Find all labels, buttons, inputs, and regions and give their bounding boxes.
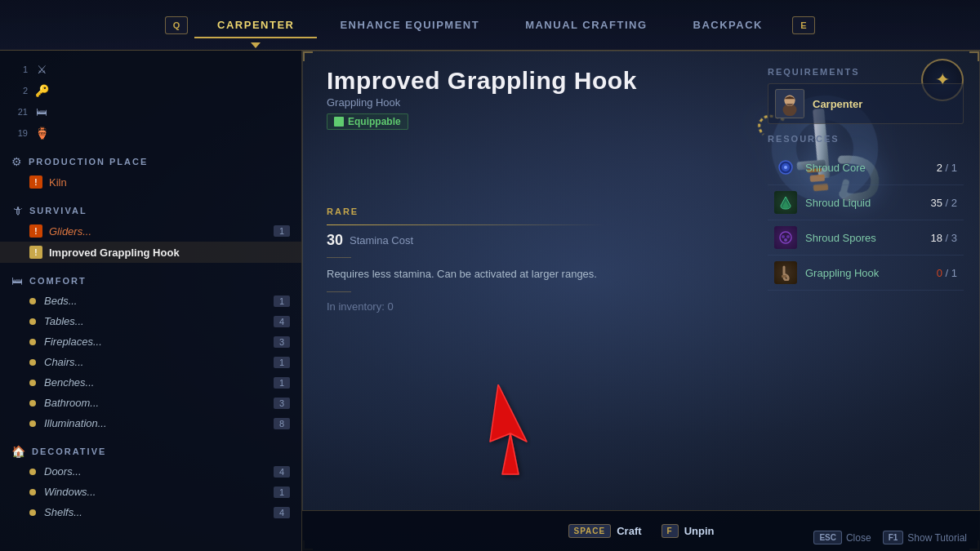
shroud-core-name: Shroud Core <box>805 162 929 174</box>
shroud-core-have: 2 <box>937 162 942 174</box>
nav-key-right[interactable]: E <box>792 16 815 34</box>
player-item-2: 2 🔑 <box>0 80 301 101</box>
sidebar-item-doors[interactable]: Doors... 4 <box>0 461 301 482</box>
f1-control[interactable]: F1 Show Tutorial <box>883 531 967 544</box>
shroud-spores-need: 3 <box>951 232 957 244</box>
sidebar-item-shelfs[interactable]: Shelfs... 4 <box>0 502 301 522</box>
benches-badge: 1 <box>274 377 290 389</box>
craft-button[interactable]: SPACE Craft <box>568 524 642 538</box>
resources-title: RESOURCES <box>768 134 964 144</box>
windows-badge: 1 <box>274 487 290 498</box>
gliders-label: Gliders... <box>49 225 274 238</box>
sidebar-item-fireplaces[interactable]: Fireplaces... 3 <box>0 331 301 352</box>
stamina-label: Stamina Cost <box>350 234 413 247</box>
svg-point-11 <box>784 166 787 169</box>
shelfs-label: Shelfs... <box>44 506 274 518</box>
illumination-badge: 8 <box>274 418 290 429</box>
main-layout: 1 ⚔ 2 🔑 21 🛏 19 🏺 ⚙ PRODUCTION PLACE ! K… <box>0 51 980 551</box>
shroud-core-count: 2 / 1 <box>937 162 957 174</box>
section-production: ⚙ PRODUCTION PLACE <box>0 147 301 171</box>
item-title: Improved Grappling Hook <box>327 67 743 95</box>
sidebar-item-tables[interactable]: Tables... 4 <box>0 311 301 331</box>
slot-num-2: 2 <box>11 86 28 96</box>
sidebar-item-gliders[interactable]: ! Gliders... 1 <box>0 220 301 242</box>
section-survival: 🗡 SURVIVAL <box>0 196 301 220</box>
illumination-dot <box>29 420 36 427</box>
chairs-dot <box>29 359 36 366</box>
chairs-label: Chairs... <box>44 356 274 368</box>
craft-label: Craft <box>617 525 641 537</box>
fireplaces-dot <box>29 339 36 345</box>
resource-row-grappling-hook: Grappling Hook 0 / 1 <box>768 256 964 291</box>
sidebar-item-windows[interactable]: Windows... 1 <box>0 482 301 502</box>
shroud-spores-svg <box>777 229 794 246</box>
shroud-liquid-name: Shroud Liquid <box>805 197 922 209</box>
player-item-19: 19 🏺 <box>0 122 301 144</box>
shroud-liquid-separator: / <box>946 197 951 209</box>
shroud-liquid-count: 35 / 2 <box>930 197 957 209</box>
windows-label: Windows... <box>44 486 274 498</box>
sidebar-item-kiln[interactable]: ! Kiln <box>0 171 301 193</box>
esc-control[interactable]: ESC Close <box>813 531 871 544</box>
fireplaces-badge: 3 <box>274 336 290 348</box>
tables-label: Tables... <box>44 315 274 327</box>
grappling-hook-have: 0 <box>937 267 942 279</box>
tab-enhance[interactable]: ENHANCE EQUIPMENT <box>317 12 502 38</box>
unpin-button[interactable]: F Unpin <box>662 524 715 538</box>
section-production-title: PRODUCTION PLACE <box>29 157 148 167</box>
top-nav: Q CARPENTER ENHANCE EQUIPMENT MANUAL CRA… <box>0 0 980 51</box>
inventory-text: In inventory: 0 <box>327 300 743 313</box>
slot-num-1: 1 <box>11 64 28 74</box>
f1-key: F1 <box>883 531 904 544</box>
rarity-bar <box>327 224 604 225</box>
shroud-spores-have: 18 <box>930 232 942 244</box>
requirement-carpenter: Carpenter <box>768 83 964 124</box>
shroud-liquid-need: 2 <box>951 197 957 209</box>
tab-backpack[interactable]: BACKPACK <box>670 12 786 38</box>
player-item-1: 1 ⚔ <box>0 59 301 80</box>
section-comfort-title: COMFORT <box>29 276 87 286</box>
bathroom-dot <box>29 400 36 407</box>
grappling-hook-icon <box>774 261 797 284</box>
shelfs-badge: 4 <box>274 507 290 518</box>
doors-dot <box>29 469 36 475</box>
sidebar-item-beds[interactable]: Beds... 1 <box>0 291 301 311</box>
resource-row-shroud-spores: Shroud Spores 18 / 3 <box>768 220 964 256</box>
nav-key-left[interactable]: Q <box>165 16 188 34</box>
sidebar-item-bathroom[interactable]: Bathroom... 3 <box>0 393 301 413</box>
beds-label: Beds... <box>44 295 274 307</box>
svg-rect-16 <box>782 275 786 278</box>
shroud-liquid-icon <box>774 191 797 214</box>
kiln-label: Kiln <box>49 176 290 189</box>
grappling-hook-need: 1 <box>951 267 957 279</box>
sidebar-item-illumination[interactable]: Illumination... 8 <box>0 413 301 433</box>
esc-label: Close <box>846 532 871 544</box>
f1-label: Show Tutorial <box>907 532 967 544</box>
shroud-spores-name: Shroud Spores <box>805 232 922 244</box>
kiln-warning-icon: ! <box>29 176 42 189</box>
production-icon: ⚙ <box>11 155 22 168</box>
tab-carpenter[interactable]: CARPENTER <box>194 12 317 38</box>
tab-manual[interactable]: MANUAL CRAFTING <box>502 12 670 38</box>
grappling-hook-separator: / <box>946 267 951 279</box>
tables-dot <box>29 318 36 325</box>
fireplaces-label: Fireplaces... <box>44 335 274 348</box>
requirements-panel: REQUIREMENTS Carp <box>768 67 964 291</box>
sidebar-item-chairs[interactable]: Chairs... 1 <box>0 352 301 372</box>
tables-badge: 4 <box>274 316 290 327</box>
section-decorative-title: DECORATIVE <box>32 447 106 456</box>
sidebar-item-benches[interactable]: Benches... 1 <box>0 372 301 393</box>
item-description: Requires less stamina. Can be activated … <box>327 266 612 283</box>
slot-icon-2: 🔑 <box>34 83 49 98</box>
resource-row-shroud-liquid: Shroud Liquid 35 / 2 <box>768 185 964 220</box>
rarity-label: RARE <box>327 207 743 216</box>
shroud-core-icon <box>774 156 797 179</box>
sidebar: 1 ⚔ 2 🔑 21 🛏 19 🏺 ⚙ PRODUCTION PLACE ! K… <box>0 51 302 551</box>
sidebar-item-grappling[interactable]: ! Improved Grappling Hook <box>0 242 301 263</box>
grappling-warning-icon: ! <box>29 246 42 259</box>
shroud-core-need: 1 <box>951 162 957 174</box>
equippable-badge: Equippable <box>327 113 408 130</box>
svg-point-13 <box>782 235 785 238</box>
gliders-warning-icon: ! <box>29 224 42 238</box>
carpenter-portrait-svg <box>776 89 804 118</box>
